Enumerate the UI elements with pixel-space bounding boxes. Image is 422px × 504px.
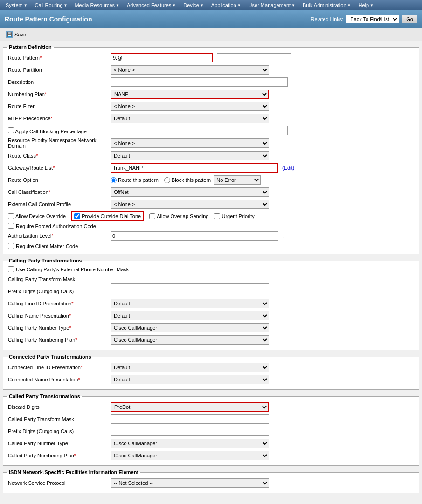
call-classification-control: OffNet	[111, 187, 269, 197]
numbering-plan-select[interactable]: NANP	[111, 90, 269, 99]
called-party-number-type-select[interactable]: Cisco CallManager	[111, 439, 269, 448]
discard-digits-select[interactable]: PreDot	[111, 402, 269, 412]
nav-call-routing[interactable]: Call Routing ▼	[31, 1, 71, 9]
calling-transform-mask-input[interactable]	[111, 275, 269, 284]
require-client-matter-checkbox[interactable]	[8, 243, 14, 249]
called-party-numbering-plan-label: Called Party Numbering Plan*	[8, 453, 111, 458]
gateway-route-list-row: Gateway/Route List* Trunk_NANP (Edit)	[8, 163, 414, 173]
called-party-numbering-plan-select[interactable]: Cisco CallManager	[111, 451, 269, 460]
provide-outside-dial-checkbox[interactable]	[74, 213, 80, 219]
nav-media-resources[interactable]: Media Resources ▼	[71, 1, 123, 9]
calling-line-id-row: Calling Line ID Presentation* Default	[8, 298, 414, 309]
route-partition-select[interactable]: < None >	[111, 65, 269, 75]
calling-transform-mask-control	[111, 275, 269, 284]
connected-name-presentation-select[interactable]: Default	[111, 375, 269, 384]
external-call-control-select[interactable]: < None >	[111, 200, 269, 209]
calling-party-numbering-plan-select[interactable]: Cisco CallManager	[111, 335, 269, 345]
apply-call-blocking-input[interactable]	[111, 126, 288, 135]
nav-help[interactable]: Help ▼	[354, 1, 377, 9]
nav-bulk-administration-arrow: ▼	[347, 3, 351, 7]
numbering-plan-row: Numbering Plan* NANP	[8, 89, 414, 99]
no-error-select[interactable]: No Error	[214, 175, 261, 185]
urgent-priority-label: Urgent Priority	[214, 213, 254, 219]
nav-help-arrow: ▼	[370, 3, 374, 7]
use-external-mask-label: Use Calling Party's External Phone Numbe…	[16, 267, 129, 272]
calling-party-number-type-label: Calling Party Number Type*	[8, 325, 111, 331]
pattern-definition-section: Pattern Definition Route Pattern* 9.@ Ro…	[3, 44, 419, 254]
route-option-controls: Route this pattern Block this pattern No…	[111, 175, 261, 185]
calling-line-id-select[interactable]: Default	[111, 299, 269, 308]
nav-application[interactable]: Application ▼	[208, 1, 245, 9]
edit-link[interactable]: (Edit)	[282, 165, 294, 171]
related-links-select[interactable]: Back To Find/List	[346, 15, 399, 23]
go-button[interactable]: Go	[402, 15, 417, 23]
external-call-control-label: External Call Control Profile	[8, 201, 111, 207]
route-class-row: Route Class* Default	[8, 151, 414, 161]
connected-line-id-select[interactable]: Default	[111, 363, 269, 372]
calling-transform-mask-label: Calling Party Transform Mask	[8, 276, 111, 282]
require-client-matter-row: Require Client Matter Code	[8, 243, 414, 249]
nav-device-arrow: ▼	[200, 3, 204, 7]
authorization-level-input[interactable]: 0	[111, 231, 278, 241]
calling-line-id-label: Calling Line ID Presentation*	[8, 301, 111, 306]
nav-device[interactable]: Device ▼	[180, 1, 208, 9]
route-filter-select[interactable]: < None >	[111, 102, 269, 111]
nav-system[interactable]: System ▼	[2, 1, 31, 9]
route-option-row: Route Option Route this pattern Block th…	[8, 175, 414, 185]
page-header: Route Pattern Configuration Related Link…	[0, 10, 422, 28]
network-service-control: -- Not Selected --	[111, 478, 269, 488]
apply-call-blocking-checkbox[interactable]	[8, 127, 14, 133]
mlpp-precedence-label: MLPP Precedence*	[8, 116, 111, 121]
require-forced-auth-checkbox[interactable]	[8, 223, 14, 229]
resource-priority-select[interactable]: < None >	[111, 138, 269, 148]
description-row: Description	[8, 77, 414, 87]
route-this-pattern-radio[interactable]	[111, 177, 117, 183]
description-input[interactable]	[111, 77, 288, 87]
network-service-select[interactable]: -- Not Selected --	[111, 478, 269, 488]
connected-party-legend: Connected Party Transformations	[7, 354, 93, 359]
external-call-control-row: External Call Control Profile < None >	[8, 199, 414, 209]
nav-user-management[interactable]: User Management ▼	[245, 1, 299, 9]
route-class-select[interactable]: Default	[111, 151, 269, 160]
discard-digits-label: Discard Digits	[8, 404, 111, 410]
allow-device-override-checkbox[interactable]	[8, 213, 14, 219]
allow-overlap-checkbox[interactable]	[149, 213, 155, 219]
calling-line-id-control: Default	[111, 299, 269, 308]
connected-party-body: Connected Line ID Presentation* Default …	[3, 359, 419, 389]
authorization-level-row: Authorization Level* 0 .	[8, 231, 414, 241]
calling-prefix-digits-input[interactable]	[111, 287, 269, 296]
resource-priority-control: < None >	[111, 138, 269, 148]
nav-advanced-features-arrow: ▼	[172, 3, 176, 7]
called-prefix-digits-input[interactable]	[111, 427, 269, 436]
discard-digits-control: PreDot	[111, 402, 269, 412]
route-pattern-extra-input[interactable]	[217, 53, 291, 62]
use-external-mask-checkbox[interactable]	[8, 266, 14, 272]
called-transform-mask-input[interactable]	[111, 414, 269, 424]
checkboxes-row: Allow Device Override Provide Outside Di…	[8, 211, 414, 221]
save-button[interactable]: 💾 Save	[4, 30, 28, 39]
mlpp-precedence-select[interactable]: Default	[111, 114, 269, 123]
route-filter-row: Route Filter < None >	[8, 101, 414, 111]
numbering-plan-control: NANP	[111, 90, 269, 99]
calling-party-number-type-select[interactable]: Cisco CallManager	[111, 323, 269, 332]
calling-party-numbering-plan-label: Calling Party Numbering Plan*	[8, 337, 111, 343]
gateway-control: Trunk_NANP	[111, 163, 278, 173]
calling-prefix-digits-control	[111, 287, 269, 296]
route-pattern-row: Route Pattern* 9.@	[8, 53, 414, 63]
call-classification-select[interactable]: OffNet	[111, 187, 269, 197]
route-pattern-input[interactable]: 9.@	[111, 53, 213, 62]
nav-media-resources-arrow: ▼	[116, 3, 119, 7]
nav-advanced-features[interactable]: Advanced Features ▼	[123, 1, 180, 9]
called-party-number-type-control: Cisco CallManager	[111, 439, 269, 448]
calling-name-presentation-control: Default	[111, 311, 269, 320]
route-filter-label: Route Filter	[8, 104, 111, 109]
gateway-label: Gateway/Route List*	[8, 165, 111, 171]
gateway-input[interactable]: Trunk_NANP	[111, 163, 278, 173]
route-option-label: Route Option	[8, 177, 111, 183]
urgent-priority-checkbox[interactable]	[214, 213, 220, 219]
nav-bulk-administration[interactable]: Bulk Administration ▼	[299, 1, 354, 9]
calling-name-presentation-select[interactable]: Default	[111, 311, 269, 320]
route-this-pattern-option: Route this pattern	[111, 177, 159, 183]
block-this-pattern-radio[interactable]	[164, 177, 170, 183]
route-pattern-label: Route Pattern*	[8, 55, 111, 61]
